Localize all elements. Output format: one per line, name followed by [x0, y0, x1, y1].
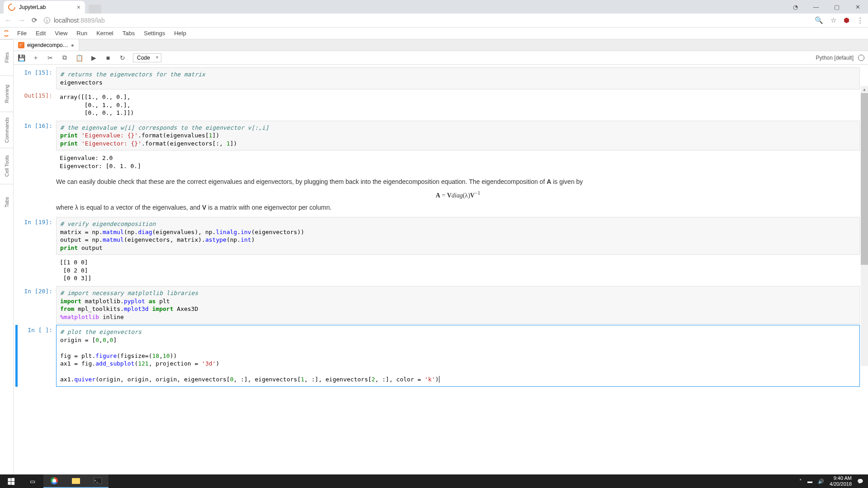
- markdown-body: We can easily double check that these ar…: [56, 174, 860, 216]
- scroll-thumb[interactable]: [861, 93, 868, 265]
- markdown-cell[interactable]: We can easily double check that these ar…: [15, 174, 860, 216]
- cell-19-input[interactable]: In [19]: # verify eigendecomposition mat…: [15, 217, 860, 255]
- jupyterlab-menubar: File Edit View Run Kernel Tabs Settings …: [0, 28, 868, 39]
- output-text: [[1 0 0] [0 2 0] [0 0 3]]: [56, 256, 860, 285]
- back-button[interactable]: ←: [5, 16, 12, 24]
- menu-run[interactable]: Run: [72, 28, 92, 39]
- output-text: Eigenvalue: 2.0 Eigenvector: [0. 1. 0.]: [56, 151, 860, 173]
- clock[interactable]: 9:40 AM 4/20/2018: [830, 475, 852, 487]
- maximize-icon[interactable]: ▢: [826, 0, 847, 14]
- code-area[interactable]: # verify eigendecomposition matrix = np.…: [56, 217, 860, 255]
- code-area[interactable]: # returns the eigenvectors for the matri…: [56, 67, 860, 89]
- scroll-up-icon[interactable]: ▲: [861, 86, 868, 93]
- out-prompt: Out[15]:: [15, 90, 56, 120]
- addr-actions: 🔍 ☆ ⬢ ⋮: [815, 16, 863, 24]
- cell-16-output: Eigenvalue: 2.0 Eigenvector: [0. 1. 0.]: [15, 151, 860, 173]
- windows-taskbar: ▭ >_ ˄ ▬ 🔊 9:40 AM 4/20/2018 💬: [0, 474, 868, 488]
- task-view-button[interactable]: ▭: [22, 474, 43, 488]
- notebook-body[interactable]: In [15]: # returns the eigenvectors for …: [14, 65, 868, 475]
- menu-file[interactable]: File: [13, 28, 31, 39]
- close-window-icon[interactable]: ✕: [847, 0, 868, 14]
- rail-running[interactable]: Running: [0, 75, 13, 112]
- bookmark-icon[interactable]: ☆: [830, 16, 836, 24]
- in-prompt: In [15]:: [15, 67, 56, 89]
- url-host: localhost:8889/lab: [54, 17, 105, 24]
- rail-celltools[interactable]: Cell Tools: [0, 148, 13, 184]
- tab-strip: JupyterLab × ◔ — ▢ ✕: [0, 0, 868, 14]
- chrome-taskbar-icon[interactable]: [43, 474, 65, 488]
- minimize-icon[interactable]: —: [806, 0, 826, 14]
- in-prompt: In [19]:: [15, 217, 56, 255]
- jupyterlab-main: Files Running Commands Cell Tools Tabs e…: [0, 39, 868, 475]
- battery-icon[interactable]: ▬: [807, 479, 812, 484]
- in-prompt: In [20]:: [15, 286, 56, 324]
- cell-19-output: [[1 0 0] [0 2 0] [0 0 3]]: [15, 256, 860, 285]
- cell-15-output: Out[15]: array([[1., 0., 0.], [0., 1., 0…: [15, 90, 860, 120]
- scrollbar[interactable]: ▲: [861, 86, 868, 366]
- work-area: eigendecompo… ● 💾 ＋ ✂ ⧉ 📋 ▶ ■ ↻ Code Pyt…: [14, 39, 868, 475]
- jupyter-logo[interactable]: [0, 30, 13, 37]
- notifications-icon[interactable]: 💬: [857, 479, 863, 484]
- notebook-icon: [18, 42, 24, 48]
- menu-tabs[interactable]: Tabs: [118, 28, 139, 39]
- menu-edit[interactable]: Edit: [31, 28, 50, 39]
- browser-chrome: JupyterLab × ◔ — ▢ ✕ ← → ⟳ i localhost:8…: [0, 0, 868, 28]
- tab-close-icon[interactable]: ×: [77, 4, 80, 11]
- address-bar-row: ← → ⟳ i localhost:8889/lab 🔍 ☆ ⬢ ⋮: [0, 14, 868, 27]
- in-prompt: In [16]:: [15, 121, 56, 151]
- kernel-status[interactable]: Python [default]: [816, 55, 864, 61]
- cell-16-input[interactable]: In [16]: # the eigenvalue w[i] correspon…: [15, 121, 860, 151]
- menu-view[interactable]: View: [50, 28, 72, 39]
- tab-title: JupyterLab: [19, 4, 46, 10]
- notebook-tab[interactable]: eigendecompo… ●: [14, 39, 79, 51]
- cell-15-input[interactable]: In [15]: # returns the eigenvectors for …: [15, 67, 860, 89]
- code-area[interactable]: # plot the eigenvectors origin = [0,0,0]…: [56, 325, 860, 387]
- rail-tabs[interactable]: Tabs: [0, 184, 13, 220]
- volume-icon[interactable]: 🔊: [818, 479, 824, 484]
- code-area[interactable]: # the eigenvalue w[i] corresponds to the…: [56, 121, 860, 151]
- in-prompt: In [ ]:: [15, 325, 56, 387]
- menu-settings[interactable]: Settings: [139, 28, 170, 39]
- jupyter-favicon: [7, 2, 17, 13]
- run-button[interactable]: ▶: [90, 54, 98, 61]
- tray-expand-icon[interactable]: ˄: [799, 479, 802, 484]
- menu-icon[interactable]: ⋮: [857, 16, 863, 24]
- explorer-taskbar-icon[interactable]: [65, 474, 87, 488]
- site-info-icon[interactable]: i: [44, 17, 50, 23]
- cut-button[interactable]: ✂: [46, 54, 54, 61]
- cell-active-input[interactable]: In [ ]: # plot the eigenvectors origin =…: [15, 325, 860, 387]
- restart-button[interactable]: ↻: [118, 54, 127, 61]
- stop-button[interactable]: ■: [104, 54, 112, 61]
- new-tab-button[interactable]: [89, 5, 101, 14]
- reload-button[interactable]: ⟳: [32, 16, 38, 24]
- notebook-tab-name: eigendecompo…: [27, 42, 68, 48]
- menu-help[interactable]: Help: [170, 28, 191, 39]
- equation: A = Vdiag(λ)V−1: [56, 189, 860, 200]
- left-sidebar: Files Running Commands Cell Tools Tabs: [0, 39, 14, 475]
- terminal-taskbar-icon[interactable]: >_: [87, 474, 108, 488]
- notebook-toolbar: 💾 ＋ ✂ ⧉ 📋 ▶ ■ ↻ Code Python [default]: [14, 51, 868, 65]
- kernel-idle-icon: [858, 55, 864, 61]
- zoom-icon[interactable]: 🔍: [815, 16, 823, 24]
- address-bar[interactable]: i localhost:8889/lab: [44, 17, 808, 24]
- forward-button[interactable]: →: [18, 16, 25, 24]
- paste-button[interactable]: 📋: [75, 54, 83, 61]
- save-button[interactable]: 💾: [17, 54, 25, 61]
- kernel-name: Python [default]: [816, 55, 854, 61]
- cell-20-input[interactable]: In [20]: # import necessary matplotlib l…: [15, 286, 860, 324]
- browser-tab[interactable]: JupyterLab ×: [4, 1, 85, 14]
- output-text: array([[1., 0., 0.], [0., 1., 0.], [0., …: [56, 90, 860, 120]
- document-tabs: eigendecompo… ●: [14, 39, 868, 51]
- extension-icon[interactable]: ⬢: [844, 16, 849, 24]
- code-area[interactable]: # import necessary matplotlib libraries …: [56, 286, 860, 324]
- add-cell-button[interactable]: ＋: [32, 54, 40, 62]
- window-controls: ◔ — ▢ ✕: [785, 0, 868, 14]
- menu-kernel[interactable]: Kernel: [92, 28, 118, 39]
- start-button[interactable]: [0, 474, 22, 488]
- copy-button[interactable]: ⧉: [61, 54, 69, 61]
- account-icon[interactable]: ◔: [785, 0, 806, 14]
- rail-commands[interactable]: Commands: [0, 112, 13, 148]
- cell-type-select[interactable]: Code: [133, 53, 161, 62]
- system-tray: ˄ ▬ 🔊 9:40 AM 4/20/2018 💬: [799, 475, 868, 487]
- rail-files[interactable]: Files: [0, 39, 13, 75]
